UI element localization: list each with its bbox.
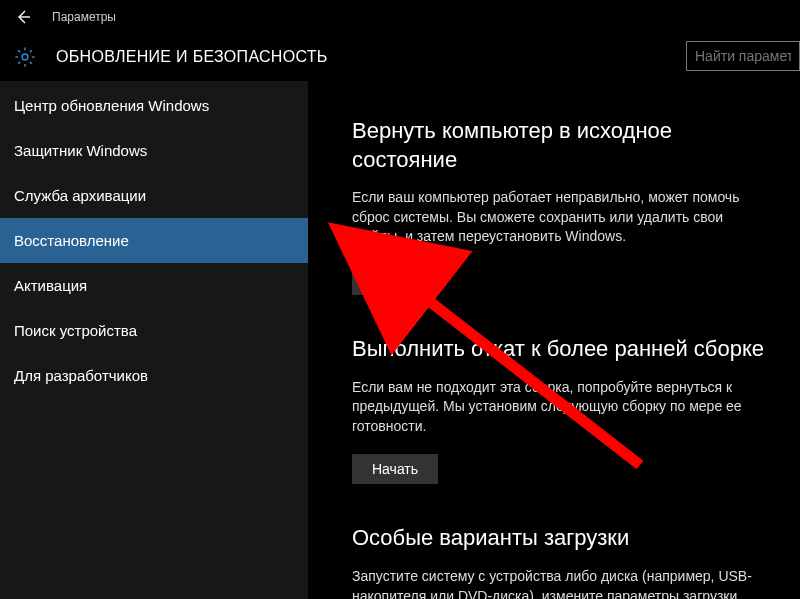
sidebar-item-label: Центр обновления Windows <box>14 97 209 114</box>
section-body: Если ваш компьютер работает неправильно,… <box>352 188 772 247</box>
page-title: ОБНОВЛЕНИЕ И БЕЗОПАСНОСТЬ <box>56 48 328 66</box>
sidebar-item-windows-defender[interactable]: Защитник Windows <box>0 128 308 173</box>
sidebar-item-recovery[interactable]: Восстановление <box>0 218 308 263</box>
sidebar-item-find-device[interactable]: Поиск устройства <box>0 308 308 353</box>
sidebar-item-label: Для разработчиков <box>14 367 148 384</box>
section-advanced-startup: Особые варианты загрузки Запустите систе… <box>352 524 772 599</box>
content: Вернуть компьютер в исходное состояние Е… <box>308 81 800 599</box>
titlebar: Параметры <box>0 0 800 33</box>
section-reset-pc: Вернуть компьютер в исходное состояние Е… <box>352 117 772 295</box>
sidebar-item-windows-update[interactable]: Центр обновления Windows <box>0 83 308 128</box>
header: ОБНОВЛЕНИЕ И БЕЗОПАСНОСТЬ <box>0 33 800 81</box>
svg-line-8 <box>30 50 32 52</box>
search-input[interactable] <box>686 41 800 71</box>
gear-icon <box>14 46 36 68</box>
sidebar-item-label: Служба архивации <box>14 187 146 204</box>
svg-line-6 <box>30 62 32 64</box>
svg-line-7 <box>18 62 20 64</box>
app-title: Параметры <box>52 10 116 24</box>
reset-start-button[interactable]: Начать <box>352 265 438 295</box>
section-body: Если вам не подходит эта сборка, попробу… <box>352 378 772 437</box>
section-title: Вернуть компьютер в исходное состояние <box>352 117 772 174</box>
section-body: Запустите систему с устройства либо диск… <box>352 567 772 599</box>
sidebar-item-backup[interactable]: Служба архивации <box>0 173 308 218</box>
sidebar-item-label: Восстановление <box>14 232 129 249</box>
sidebar-item-for-developers[interactable]: Для разработчиков <box>0 353 308 398</box>
sidebar: Центр обновления Windows Защитник Window… <box>0 81 308 599</box>
sidebar-item-label: Защитник Windows <box>14 142 147 159</box>
back-button[interactable] <box>8 2 38 32</box>
section-rollback-build: Выполнить откат к более ранней сборке Ес… <box>352 335 772 484</box>
section-title: Особые варианты загрузки <box>352 524 772 553</box>
svg-line-5 <box>18 50 20 52</box>
sidebar-item-label: Активация <box>14 277 87 294</box>
sidebar-item-label: Поиск устройства <box>14 322 137 339</box>
section-title: Выполнить откат к более ранней сборке <box>352 335 772 364</box>
sidebar-item-activation[interactable]: Активация <box>0 263 308 308</box>
rollback-start-button[interactable]: Начать <box>352 454 438 484</box>
svg-point-0 <box>22 54 28 60</box>
arrow-left-icon <box>15 9 31 25</box>
